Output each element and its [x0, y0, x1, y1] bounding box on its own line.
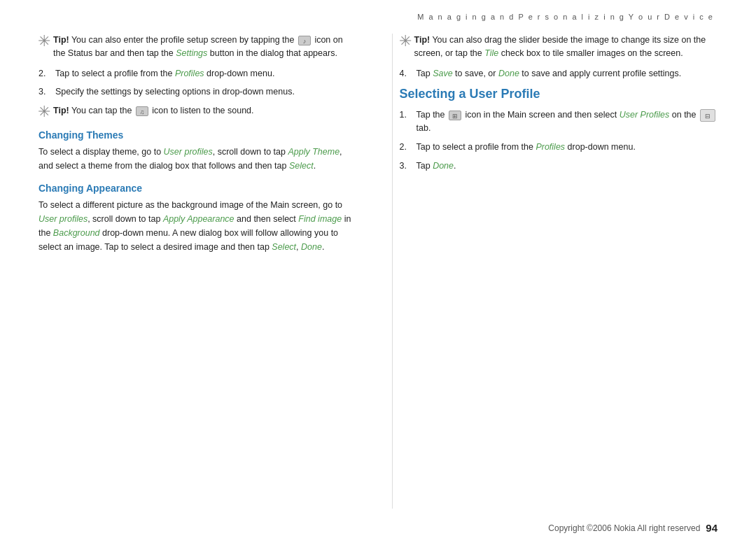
audio-icon: ♪	[298, 36, 311, 45]
header-text: M a n a g i n g a n d P e r s o n a l i …	[417, 13, 714, 21]
right-section-item-1: 1. Tap the ⊞ icon in the Main screen and…	[400, 108, 718, 135]
tip1-bold: Tip!	[53, 35, 69, 45]
changing-appearance-heading: Changing Appearance	[38, 183, 357, 194]
right-list-item-4: 4. Tap Save to save, or Done to save and…	[400, 67, 718, 80]
item-text: Tap to select a profile from the Profile…	[416, 141, 636, 154]
device-icon: ⊞	[449, 111, 461, 120]
left-column: ✳ Tip! You can also enter the profile se…	[38, 34, 364, 509]
tip-icon-3: ✳	[398, 32, 411, 50]
apply-appearance-link: Apply Appearance	[163, 214, 234, 224]
apply-theme-link: Apply Theme	[288, 147, 340, 157]
done-link-1: Done	[301, 242, 322, 252]
tip1-text: Tip! You can also enter the profile setu…	[53, 34, 357, 60]
item-text: Tap to select a profile from the Profile…	[55, 67, 274, 80]
item-num: 3.	[38, 85, 51, 99]
profiles-link-1: Profiles	[175, 69, 204, 78]
tip2-bold: Tip!	[53, 106, 69, 115]
right-column: ✳ Tip! You can also drag the slider besi…	[392, 34, 718, 509]
done-link-2: Done	[498, 69, 519, 78]
select-link-2: Select	[272, 242, 296, 252]
find-image-link: Find image	[298, 214, 342, 224]
item-num: 2.	[400, 141, 412, 154]
music-icon: ♫	[136, 106, 148, 116]
changing-themes-body: To select a display theme, go to User pr…	[38, 145, 357, 173]
content-area: ✳ Tip! You can also enter the profile se…	[0, 27, 756, 516]
item-text: Tap Done.	[416, 160, 456, 173]
changing-appearance-body: To select a different picture as the bac…	[38, 198, 357, 254]
tile-link: Tile	[484, 48, 498, 58]
page-header: M a n a g i n g a n d P e r s o n a l i …	[0, 0, 756, 27]
done-link-3: Done	[433, 161, 454, 171]
item-text: Tap the ⊞ icon in the Main screen and th…	[416, 108, 718, 135]
user-profiles-link-1: User profiles	[164, 147, 213, 157]
right-section-item-3: 3. Tap Done.	[400, 160, 718, 173]
tip-icon-2: ✳	[38, 103, 50, 121]
tip2-text: Tip! You can tap the ♫ icon to listen to…	[53, 104, 254, 118]
user-profiles-link-2: User profiles	[38, 214, 88, 224]
left-list-item-3: 3. Specify the settings by selecting opt…	[38, 85, 357, 99]
item-num: 2.	[38, 67, 51, 80]
tab-icon: ⊟	[700, 109, 715, 122]
left-list-item-2: 2. Tap to select a profile from the Prof…	[38, 67, 357, 80]
changing-themes-heading: Changing Themes	[38, 129, 357, 141]
item-num: 3.	[400, 160, 412, 173]
item-text: Tap Save to save, or Done to save and ap…	[416, 67, 682, 80]
background-link: Background	[53, 228, 100, 238]
right-section-item-2: 2. Tap to select a profile from the Prof…	[400, 141, 718, 154]
profiles-link-2: Profiles	[536, 142, 565, 152]
page: M a n a g i n g a n d P e r s o n a l i …	[0, 0, 756, 545]
select-link-1: Select	[289, 161, 314, 171]
selecting-user-profile-heading: Selecting a User Profile	[400, 87, 718, 101]
settings-link: Settings	[176, 48, 207, 58]
page-footer: Copyright ©2006 Nokia All right reserved…	[548, 522, 718, 534]
page-number: 94	[706, 522, 718, 534]
user-profiles-link-3: User Profiles	[620, 110, 670, 120]
right-tip1-text: Tip! You can also drag the slider beside…	[414, 34, 718, 60]
item-num: 4.	[400, 67, 412, 80]
item-num: 1.	[400, 108, 412, 135]
left-tip1: ✳ Tip! You can also enter the profile se…	[38, 34, 357, 60]
save-link: Save	[433, 69, 453, 78]
left-tip2: ✳ Tip! You can tap the ♫ icon to listen …	[38, 104, 357, 120]
tip-icon-1: ✳	[38, 32, 50, 50]
copyright-text: Copyright ©2006 Nokia All right reserved	[548, 523, 700, 533]
right-tip1-bold: Tip!	[414, 35, 430, 45]
item-text: Specify the settings by selecting option…	[55, 85, 295, 99]
right-tip1: ✳ Tip! You can also drag the slider besi…	[400, 34, 718, 60]
